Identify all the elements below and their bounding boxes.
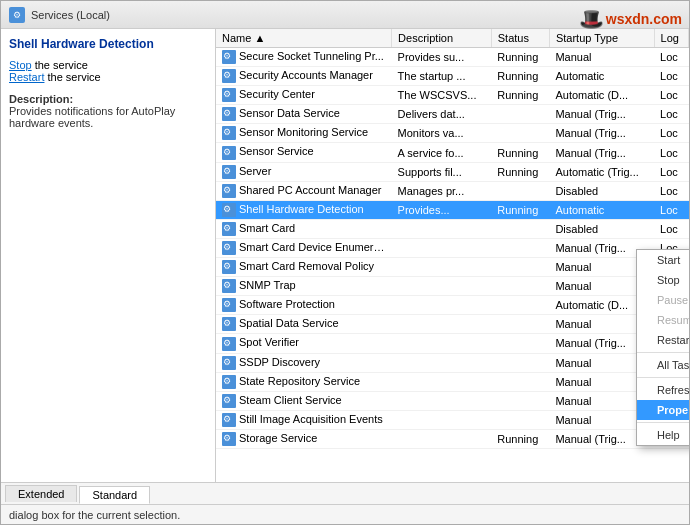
service-icon xyxy=(222,337,236,351)
service-startup-cell: Automatic (Trig... xyxy=(549,162,654,181)
service-name-cell: Smart Card Device Enumera... xyxy=(216,238,392,257)
service-icon xyxy=(222,356,236,370)
menu-separator xyxy=(637,352,689,353)
service-desc-cell xyxy=(392,429,492,448)
table-row[interactable]: ServerSupports fil...RunningAutomatic (T… xyxy=(216,162,689,181)
tab-extended[interactable]: Extended xyxy=(5,485,77,502)
service-name-cell: Steam Client Service xyxy=(216,391,392,410)
restart-link[interactable]: Restart xyxy=(9,71,44,83)
service-name-cell: Still Image Acquisition Events xyxy=(216,410,392,429)
main-content: Shell Hardware Detection Stop the servic… xyxy=(1,29,689,482)
table-row[interactable]: Smart Card Device Enumera...Manual (Trig… xyxy=(216,238,689,257)
left-panel: Shell Hardware Detection Stop the servic… xyxy=(1,29,216,482)
service-name-cell: Sensor Monitoring Service xyxy=(216,124,392,143)
titlebar-title: Services (Local) xyxy=(31,9,110,21)
stop-line: Stop the service xyxy=(9,59,207,71)
table-row[interactable]: State Repository ServiceManualLoc xyxy=(216,372,689,391)
table-row[interactable]: Security Accounts ManagerThe startup ...… xyxy=(216,67,689,86)
service-desc-cell xyxy=(392,353,492,372)
menu-item-start[interactable]: Start xyxy=(637,250,689,270)
menu-item-restart[interactable]: Restart xyxy=(637,330,689,350)
table-row[interactable]: Steam Client ServiceManualLoc xyxy=(216,391,689,410)
service-desc-cell: Manages pr... xyxy=(392,181,492,200)
service-icon xyxy=(222,203,236,217)
table-scroll[interactable]: Name ▲ Description Status Startup Type L… xyxy=(216,29,689,469)
service-name-cell: Secure Socket Tunneling Pr... xyxy=(216,48,392,67)
service-status-cell: Running xyxy=(491,48,549,67)
service-name-cell: Spatial Data Service xyxy=(216,315,392,334)
table-row[interactable]: Sensor Monitoring ServiceMonitors va...M… xyxy=(216,124,689,143)
menu-item-all-tasks[interactable]: All Tasks▶ xyxy=(637,355,689,375)
menu-item-pause: Pause xyxy=(637,290,689,310)
menu-item-label: Start xyxy=(657,254,680,266)
service-name-cell: Security Accounts Manager xyxy=(216,67,392,86)
table-row[interactable]: Software ProtectionAutomatic (D...Net xyxy=(216,296,689,315)
service-name-cell: Spot Verifier xyxy=(216,334,392,353)
table-row[interactable]: Still Image Acquisition EventsManualLoc xyxy=(216,410,689,429)
service-desc-cell xyxy=(392,296,492,315)
service-name-cell: Security Center xyxy=(216,86,392,105)
service-icon xyxy=(222,375,236,389)
table-row[interactable]: Shell Hardware DetectionProvides...Runni… xyxy=(216,200,689,219)
table-row[interactable]: Smart CardDisabledLoc xyxy=(216,219,689,238)
service-heading: Shell Hardware Detection xyxy=(9,37,207,51)
table-row[interactable]: Sensor Data ServiceDelivers dat...Manual… xyxy=(216,105,689,124)
service-status-cell: Running xyxy=(491,86,549,105)
service-name-cell: Sensor Service xyxy=(216,143,392,162)
table-row[interactable]: SSDP DiscoveryManualLoc xyxy=(216,353,689,372)
service-status-cell xyxy=(491,277,549,296)
description-block: Description: Provides notifications for … xyxy=(9,93,207,129)
context-menu: StartStopPauseResumeRestartAll Tasks▶Ref… xyxy=(636,249,689,446)
logo-icon: 🎩 xyxy=(579,7,604,31)
col-name: Name ▲ xyxy=(216,29,392,48)
menu-item-help[interactable]: Help xyxy=(637,425,689,445)
status-bar: dialog box for the current selection. xyxy=(1,504,689,524)
service-status-cell xyxy=(491,315,549,334)
service-name-cell: Server xyxy=(216,162,392,181)
service-icon xyxy=(222,69,236,83)
logo: 🎩 wsxdn.com xyxy=(602,4,682,34)
table-row[interactable]: Storage ServiceRunningManual (Trig...Loc xyxy=(216,429,689,448)
table-row[interactable]: SNMP TrapManualLoc xyxy=(216,277,689,296)
service-icon xyxy=(222,146,236,160)
service-desc-cell: Monitors va... xyxy=(392,124,492,143)
service-icon xyxy=(222,241,236,255)
service-startup-cell: Automatic xyxy=(549,67,654,86)
menu-item-stop[interactable]: Stop xyxy=(637,270,689,290)
service-status-cell xyxy=(491,353,549,372)
table-row[interactable]: Security CenterThe WSCSVS...RunningAutom… xyxy=(216,86,689,105)
stop-link[interactable]: Stop xyxy=(9,59,32,71)
service-name-cell: State Repository Service xyxy=(216,372,392,391)
service-icon xyxy=(222,107,236,121)
titlebar: ⚙ Services (Local) 🎩 wsxdn.com xyxy=(1,1,689,29)
service-desc-cell: The startup ... xyxy=(392,67,492,86)
service-desc-cell xyxy=(392,258,492,277)
service-icon xyxy=(222,222,236,236)
service-icon xyxy=(222,184,236,198)
service-name-cell: Storage Service xyxy=(216,429,392,448)
tab-standard[interactable]: Standard xyxy=(79,486,150,504)
table-row[interactable]: Sensor ServiceA service fo...RunningManu… xyxy=(216,143,689,162)
service-desc-cell xyxy=(392,372,492,391)
table-row[interactable]: Secure Socket Tunneling Pr...Provides su… xyxy=(216,48,689,67)
service-startup-cell: Manual xyxy=(549,48,654,67)
service-status-cell xyxy=(491,391,549,410)
service-name-cell: Shared PC Account Manager xyxy=(216,181,392,200)
right-panel: Name ▲ Description Status Startup Type L… xyxy=(216,29,689,482)
service-icon xyxy=(222,394,236,408)
table-row[interactable]: Spatial Data ServiceManualLoc xyxy=(216,315,689,334)
menu-item-label: All Tasks xyxy=(657,359,689,371)
table-row[interactable]: Shared PC Account ManagerManages pr...Di… xyxy=(216,181,689,200)
service-desc-cell xyxy=(392,315,492,334)
menu-item-refresh[interactable]: Refresh xyxy=(637,380,689,400)
restart-suffix: the service xyxy=(44,71,100,83)
stop-suffix: the service xyxy=(32,59,88,71)
service-log-cell: Loc xyxy=(654,48,688,67)
service-status-cell xyxy=(491,258,549,277)
table-row[interactable]: Smart Card Removal PolicyManualLoc xyxy=(216,258,689,277)
table-row[interactable]: Spot VerifierManual (Trig...Loc xyxy=(216,334,689,353)
col-desc: Description xyxy=(392,29,492,48)
menu-item-properties[interactable]: Properties xyxy=(637,400,689,420)
service-icon xyxy=(222,126,236,140)
service-startup-cell: Manual (Trig... xyxy=(549,105,654,124)
